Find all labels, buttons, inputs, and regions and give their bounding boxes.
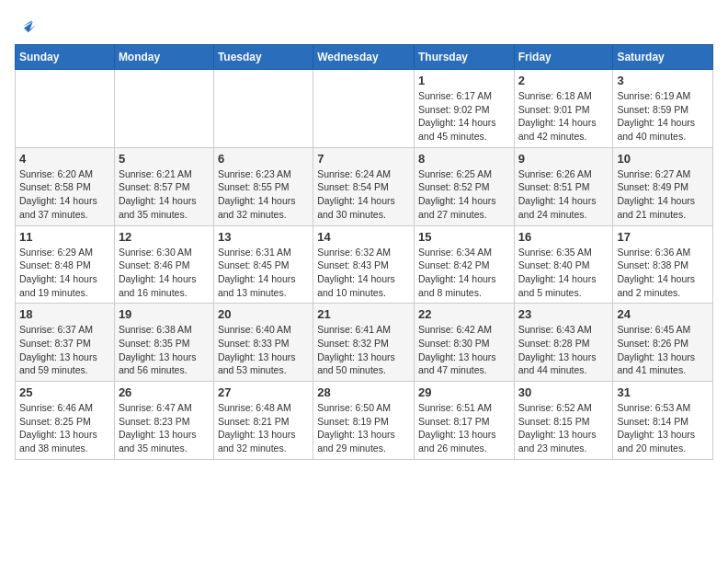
day-info: Sunrise: 6:47 AM Sunset: 8:23 PM Dayligh… — [119, 401, 210, 455]
day-number: 28 — [317, 385, 410, 399]
header-thursday: Thursday — [414, 45, 514, 70]
day-info: Sunrise: 6:29 AM Sunset: 8:48 PM Dayligh… — [19, 246, 110, 300]
day-info: Sunrise: 6:48 AM Sunset: 8:21 PM Dayligh… — [218, 401, 309, 455]
calendar-cell: 29Sunrise: 6:51 AM Sunset: 8:17 PM Dayli… — [414, 382, 514, 460]
calendar-table: SundayMondayTuesdayWednesdayThursdayFrid… — [15, 44, 713, 460]
logo — [15, 15, 39, 37]
day-number: 6 — [218, 152, 309, 166]
day-info: Sunrise: 6:17 AM Sunset: 9:02 PM Dayligh… — [418, 89, 510, 144]
calendar-cell: 4Sunrise: 6:20 AM Sunset: 8:58 PM Daylig… — [16, 147, 115, 225]
day-number: 15 — [418, 230, 510, 244]
day-info: Sunrise: 6:53 AM Sunset: 8:14 PM Dayligh… — [617, 401, 709, 455]
day-info: Sunrise: 6:34 AM Sunset: 8:42 PM Dayligh… — [418, 246, 510, 300]
calendar-week-5: 25Sunrise: 6:46 AM Sunset: 8:25 PM Dayli… — [16, 382, 713, 460]
day-info: Sunrise: 6:21 AM Sunset: 8:57 PM Dayligh… — [119, 167, 210, 222]
day-number: 8 — [418, 152, 510, 166]
day-info: Sunrise: 6:40 AM Sunset: 8:33 PM Dayligh… — [218, 323, 309, 377]
calendar-cell: 27Sunrise: 6:48 AM Sunset: 8:21 PM Dayli… — [213, 382, 313, 460]
day-info: Sunrise: 6:25 AM Sunset: 8:52 PM Dayligh… — [418, 167, 510, 222]
calendar-cell: 12Sunrise: 6:30 AM Sunset: 8:46 PM Dayli… — [114, 225, 213, 304]
day-info: Sunrise: 6:30 AM Sunset: 8:46 PM Dayligh… — [119, 246, 210, 300]
calendar-week-1: 1Sunrise: 6:17 AM Sunset: 9:02 PM Daylig… — [16, 70, 713, 148]
day-info: Sunrise: 6:50 AM Sunset: 8:19 PM Dayligh… — [317, 401, 410, 455]
calendar-cell: 28Sunrise: 6:50 AM Sunset: 8:19 PM Dayli… — [313, 382, 415, 460]
day-info: Sunrise: 6:36 AM Sunset: 8:38 PM Dayligh… — [617, 246, 709, 300]
day-info: Sunrise: 6:18 AM Sunset: 9:01 PM Dayligh… — [518, 89, 609, 144]
day-number: 30 — [518, 385, 609, 399]
day-number: 27 — [218, 385, 309, 399]
calendar-cell: 11Sunrise: 6:29 AM Sunset: 8:48 PM Dayli… — [16, 225, 115, 304]
calendar-cell: 5Sunrise: 6:21 AM Sunset: 8:57 PM Daylig… — [114, 147, 213, 225]
day-number: 2 — [518, 74, 609, 87]
calendar-cell: 21Sunrise: 6:41 AM Sunset: 8:32 PM Dayli… — [313, 304, 415, 382]
day-info: Sunrise: 6:24 AM Sunset: 8:54 PM Dayligh… — [317, 167, 410, 222]
calendar-cell: 22Sunrise: 6:42 AM Sunset: 8:30 PM Dayli… — [414, 304, 514, 382]
calendar-cell — [114, 70, 213, 148]
day-number: 19 — [119, 307, 210, 321]
day-info: Sunrise: 6:23 AM Sunset: 8:55 PM Dayligh… — [218, 167, 309, 222]
day-number: 20 — [218, 307, 309, 321]
header-tuesday: Tuesday — [213, 45, 313, 70]
calendar-cell: 24Sunrise: 6:45 AM Sunset: 8:26 PM Dayli… — [613, 304, 713, 382]
day-number: 1 — [418, 74, 510, 87]
header-sunday: Sunday — [16, 45, 115, 70]
day-info: Sunrise: 6:52 AM Sunset: 8:15 PM Dayligh… — [518, 401, 609, 455]
header-friday: Friday — [514, 45, 613, 70]
calendar-cell: 19Sunrise: 6:38 AM Sunset: 8:35 PM Dayli… — [114, 304, 213, 382]
calendar-cell: 9Sunrise: 6:26 AM Sunset: 8:51 PM Daylig… — [514, 147, 613, 225]
calendar-cell: 1Sunrise: 6:17 AM Sunset: 9:02 PM Daylig… — [414, 70, 514, 148]
day-number: 9 — [518, 152, 609, 166]
day-number: 24 — [617, 307, 709, 321]
day-number: 16 — [518, 230, 609, 244]
calendar-cell: 25Sunrise: 6:46 AM Sunset: 8:25 PM Dayli… — [16, 382, 115, 460]
day-info: Sunrise: 6:20 AM Sunset: 8:58 PM Dayligh… — [19, 167, 110, 222]
day-number: 25 — [19, 385, 110, 399]
calendar-cell: 26Sunrise: 6:47 AM Sunset: 8:23 PM Dayli… — [114, 382, 213, 460]
day-number: 7 — [317, 152, 410, 166]
day-number: 31 — [617, 385, 709, 399]
calendar-cell: 6Sunrise: 6:23 AM Sunset: 8:55 PM Daylig… — [213, 147, 313, 225]
header-monday: Monday — [114, 45, 213, 70]
calendar-cell — [213, 70, 313, 148]
calendar-cell: 18Sunrise: 6:37 AM Sunset: 8:37 PM Dayli… — [16, 304, 115, 382]
day-info: Sunrise: 6:26 AM Sunset: 8:51 PM Dayligh… — [518, 167, 609, 222]
calendar-header-row: SundayMondayTuesdayWednesdayThursdayFrid… — [16, 45, 713, 70]
day-info: Sunrise: 6:32 AM Sunset: 8:43 PM Dayligh… — [317, 246, 410, 300]
svg-marker-0 — [24, 22, 36, 32]
calendar-cell — [313, 70, 415, 148]
day-info: Sunrise: 6:41 AM Sunset: 8:32 PM Dayligh… — [317, 323, 410, 377]
day-info: Sunrise: 6:27 AM Sunset: 8:49 PM Dayligh… — [617, 167, 709, 222]
day-number: 4 — [19, 152, 110, 166]
day-info: Sunrise: 6:38 AM Sunset: 8:35 PM Dayligh… — [119, 323, 210, 377]
day-info: Sunrise: 6:19 AM Sunset: 8:59 PM Dayligh… — [617, 89, 709, 144]
calendar-week-2: 4Sunrise: 6:20 AM Sunset: 8:58 PM Daylig… — [16, 147, 713, 225]
day-number: 3 — [617, 74, 709, 87]
day-number: 17 — [617, 230, 709, 244]
day-info: Sunrise: 6:45 AM Sunset: 8:26 PM Dayligh… — [617, 323, 709, 377]
day-info: Sunrise: 6:35 AM Sunset: 8:40 PM Dayligh… — [518, 246, 609, 300]
day-info: Sunrise: 6:37 AM Sunset: 8:37 PM Dayligh… — [19, 323, 110, 377]
header-saturday: Saturday — [613, 45, 713, 70]
calendar-cell: 14Sunrise: 6:32 AM Sunset: 8:43 PM Dayli… — [313, 225, 415, 304]
day-number: 26 — [119, 385, 210, 399]
day-info: Sunrise: 6:51 AM Sunset: 8:17 PM Dayligh… — [418, 401, 510, 455]
day-info: Sunrise: 6:42 AM Sunset: 8:30 PM Dayligh… — [418, 323, 510, 377]
calendar-cell: 10Sunrise: 6:27 AM Sunset: 8:49 PM Dayli… — [613, 147, 713, 225]
calendar-cell: 15Sunrise: 6:34 AM Sunset: 8:42 PM Dayli… — [414, 225, 514, 304]
calendar-cell: 17Sunrise: 6:36 AM Sunset: 8:38 PM Dayli… — [613, 225, 713, 304]
page-header — [15, 15, 713, 37]
day-info: Sunrise: 6:43 AM Sunset: 8:28 PM Dayligh… — [518, 323, 609, 377]
day-number: 22 — [418, 307, 510, 321]
calendar-week-4: 18Sunrise: 6:37 AM Sunset: 8:37 PM Dayli… — [16, 304, 713, 382]
logo-bird-icon — [17, 15, 39, 37]
day-number: 23 — [518, 307, 609, 321]
day-info: Sunrise: 6:31 AM Sunset: 8:45 PM Dayligh… — [218, 246, 309, 300]
day-number: 29 — [418, 385, 510, 399]
calendar-cell: 3Sunrise: 6:19 AM Sunset: 8:59 PM Daylig… — [613, 70, 713, 148]
day-number: 14 — [317, 230, 410, 244]
calendar-cell: 2Sunrise: 6:18 AM Sunset: 9:01 PM Daylig… — [514, 70, 613, 148]
calendar-cell: 20Sunrise: 6:40 AM Sunset: 8:33 PM Dayli… — [213, 304, 313, 382]
header-wednesday: Wednesday — [313, 45, 415, 70]
calendar-cell — [16, 70, 115, 148]
day-info: Sunrise: 6:46 AM Sunset: 8:25 PM Dayligh… — [19, 401, 110, 455]
